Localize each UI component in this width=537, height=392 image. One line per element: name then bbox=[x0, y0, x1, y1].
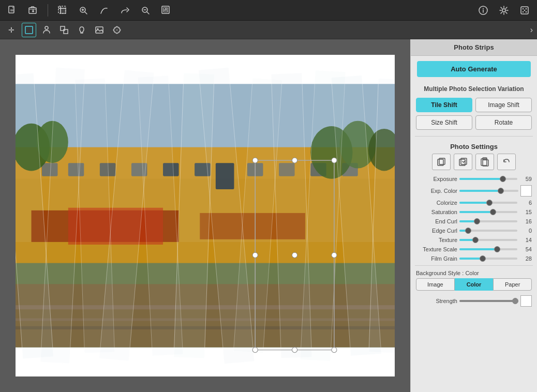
texture-scale-label: Texture Scale bbox=[416, 246, 457, 252]
colorize-slider[interactable] bbox=[459, 202, 517, 204]
svg-point-18 bbox=[526, 11, 527, 12]
bg-paper-button[interactable]: Paper bbox=[493, 278, 532, 291]
svg-point-16 bbox=[526, 8, 527, 9]
move-icon[interactable]: ✛ bbox=[4, 23, 19, 37]
settings-icon[interactable] bbox=[496, 2, 512, 19]
info-icon[interactable] bbox=[475, 2, 491, 19]
rotate-button[interactable]: Rotate bbox=[475, 115, 532, 130]
zoom-in-icon[interactable] bbox=[75, 2, 92, 19]
exposure-row: Exposure 59 bbox=[411, 174, 537, 184]
film-grain-slider[interactable] bbox=[459, 258, 517, 260]
export-icon[interactable] bbox=[158, 2, 174, 19]
photo-canvas bbox=[16, 55, 395, 376]
saturation-label: Saturation bbox=[416, 209, 457, 215]
exposure-label: Exposure bbox=[416, 176, 457, 182]
dice-icon[interactable] bbox=[516, 2, 533, 19]
expand-arrow[interactable]: › bbox=[530, 25, 533, 35]
svg-point-17 bbox=[523, 11, 524, 12]
svg-point-13 bbox=[502, 9, 505, 12]
divider-main bbox=[415, 136, 533, 137]
sidebar-title: Photo Strips bbox=[411, 39, 537, 56]
handle-mm bbox=[292, 252, 297, 258]
svg-rect-23 bbox=[64, 29, 68, 34]
svg-rect-87 bbox=[483, 160, 488, 166]
handle-bm bbox=[292, 348, 297, 353]
select-icon[interactable] bbox=[22, 23, 36, 37]
target-icon[interactable] bbox=[110, 23, 124, 37]
handle-ml bbox=[252, 252, 258, 258]
saturation-slider[interactable] bbox=[459, 211, 517, 213]
svg-rect-22 bbox=[61, 26, 65, 31]
svg-rect-9 bbox=[166, 8, 168, 9]
person-icon[interactable] bbox=[39, 23, 54, 37]
saturation-value: 15 bbox=[519, 209, 532, 215]
bg-color-button[interactable]: Color bbox=[455, 278, 494, 291]
zoom-out-icon[interactable] bbox=[137, 2, 154, 19]
bulb-icon[interactable] bbox=[74, 23, 89, 37]
exposure-slider[interactable] bbox=[459, 178, 517, 180]
background-style-buttons: Image Color Paper bbox=[416, 278, 532, 291]
background-style-section: Background Style : Color Image Color Pap… bbox=[411, 268, 537, 294]
svg-point-12 bbox=[483, 8, 484, 9]
film-grain-label: Film Grain bbox=[416, 255, 457, 262]
exp-color-row: Exp. Color bbox=[411, 184, 537, 198]
image-shift-button[interactable]: Image Shift bbox=[475, 98, 532, 112]
copy-all-button[interactable] bbox=[432, 154, 451, 170]
copy-selected-button[interactable] bbox=[454, 154, 472, 170]
end-curl-value: 16 bbox=[519, 218, 532, 224]
variation-buttons: Tile Shift Image Shift Size Shift Rotate bbox=[411, 96, 537, 134]
colorize-label: Colorize bbox=[416, 200, 457, 206]
photo-collage-svg bbox=[16, 55, 395, 376]
handle-tl bbox=[252, 158, 258, 163]
open-file-icon[interactable] bbox=[25, 2, 41, 19]
canvas-wrapper: 1 2 3 4 5 6 7 bbox=[0, 39, 410, 392]
svg-rect-8 bbox=[163, 8, 166, 10]
handle-bl bbox=[252, 348, 258, 353]
divider-1 bbox=[48, 4, 48, 17]
texture-scale-slider[interactable] bbox=[459, 248, 517, 250]
end-curl-row: End Curl 16 bbox=[411, 217, 537, 226]
tile-shift-button[interactable]: Tile Shift bbox=[416, 98, 472, 112]
transform-icon[interactable] bbox=[57, 23, 71, 37]
copy-buttons bbox=[411, 154, 537, 174]
svg-rect-4 bbox=[61, 8, 66, 13]
size-shift-button[interactable]: Size Shift bbox=[416, 115, 472, 130]
exp-color-slider[interactable] bbox=[459, 190, 518, 192]
svg-point-19 bbox=[524, 9, 525, 10]
svg-rect-1 bbox=[10, 9, 13, 11]
paste-button[interactable] bbox=[475, 154, 494, 170]
saturation-row: Saturation 15 bbox=[411, 207, 537, 217]
texture-slider[interactable] bbox=[459, 239, 517, 241]
handle-tm bbox=[292, 158, 297, 163]
exp-color-swatch[interactable] bbox=[520, 185, 532, 197]
edge-curl-slider[interactable] bbox=[459, 230, 517, 232]
end-curl-slider[interactable] bbox=[459, 220, 517, 222]
reset-button[interactable] bbox=[497, 154, 516, 170]
strength-slider[interactable] bbox=[459, 300, 518, 302]
texture-row: Texture 14 bbox=[411, 235, 537, 245]
strength-label: Strength bbox=[416, 298, 457, 304]
variation-title: Multiple Photo Selection Variation bbox=[411, 82, 537, 96]
texture-scale-row: Texture Scale 54 bbox=[411, 245, 537, 254]
exp-color-label: Exp. Color bbox=[416, 188, 457, 194]
photo-settings-title: Photo Settings bbox=[411, 139, 537, 154]
exposure-value: 59 bbox=[519, 176, 532, 182]
svg-point-21 bbox=[45, 26, 48, 29]
curve-icon[interactable] bbox=[96, 2, 112, 19]
crop-icon[interactable] bbox=[54, 2, 71, 19]
new-file-icon[interactable] bbox=[4, 2, 21, 19]
strength-color-swatch[interactable] bbox=[520, 295, 532, 307]
background-style-label: Background Style : Color bbox=[416, 270, 532, 276]
canvas-area[interactable]: 1 2 3 4 5 6 7 bbox=[0, 39, 410, 392]
image-icon[interactable] bbox=[92, 23, 107, 37]
divider-bg bbox=[415, 265, 533, 266]
texture-scale-value: 54 bbox=[519, 246, 532, 252]
handle-mr bbox=[332, 252, 337, 258]
auto-generate-button[interactable]: Auto Generate bbox=[417, 61, 531, 77]
redo-icon[interactable] bbox=[116, 2, 133, 19]
secondary-toolbar: ✛ › bbox=[0, 21, 537, 39]
svg-point-15 bbox=[523, 8, 524, 9]
end-curl-label: End Curl bbox=[416, 218, 457, 224]
bg-image-button[interactable]: Image bbox=[416, 278, 455, 291]
edge-curl-row: Edge Curl 0 bbox=[411, 226, 537, 235]
